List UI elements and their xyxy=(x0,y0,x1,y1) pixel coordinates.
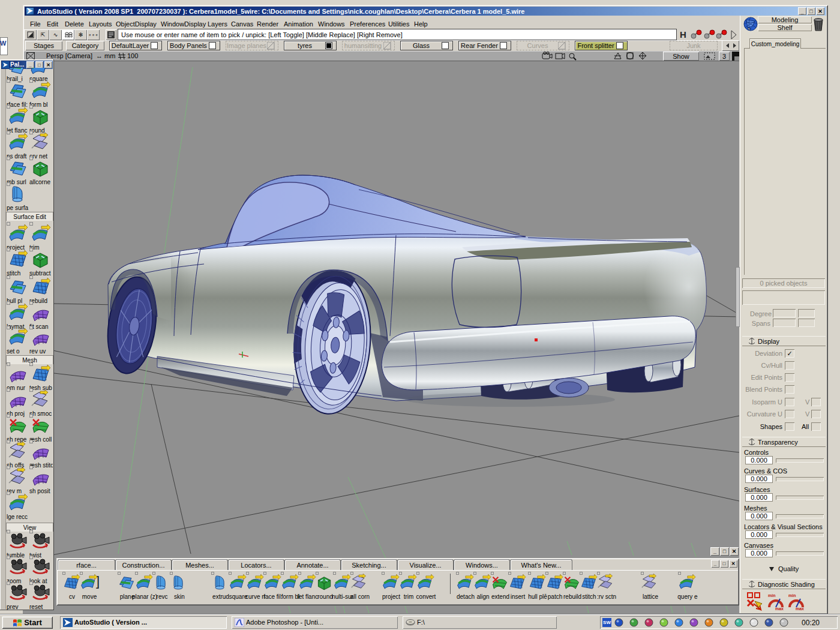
svg-text:max: max xyxy=(796,607,804,611)
svg-text:min: min xyxy=(788,593,796,598)
svg-text:min: min xyxy=(768,593,775,598)
svg-text:max: max xyxy=(775,607,784,611)
